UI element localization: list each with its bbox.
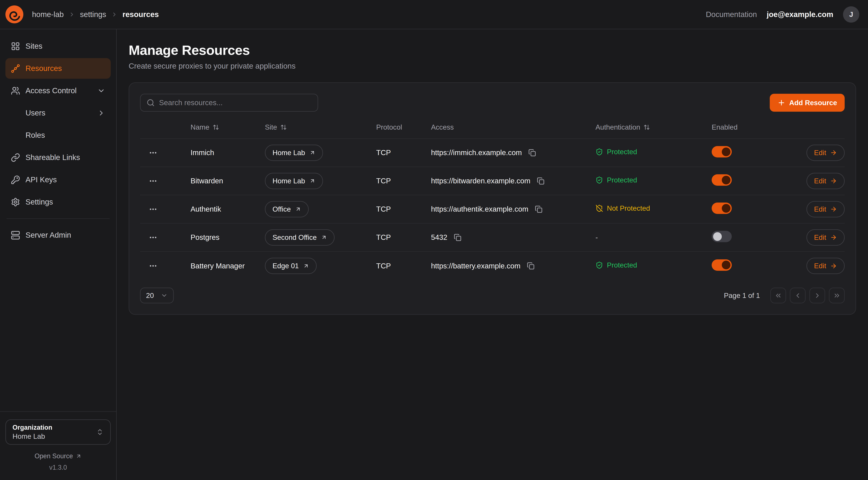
toggle-knob xyxy=(722,148,731,156)
sidebar-item-label: Roles xyxy=(26,131,45,140)
enabled-toggle[interactable] xyxy=(712,259,732,271)
row-actions-button[interactable] xyxy=(147,259,160,272)
copy-access-button[interactable] xyxy=(526,261,536,271)
site-link[interactable]: Second Office xyxy=(265,229,335,246)
edit-button[interactable]: Edit xyxy=(806,201,845,217)
edit-button[interactable]: Edit xyxy=(806,229,845,246)
edit-button[interactable]: Edit xyxy=(806,258,845,274)
sidebar-item-resources[interactable]: Resources xyxy=(5,58,111,79)
copy-icon xyxy=(528,149,536,156)
resource-access-url: https://battery.example.com xyxy=(431,262,520,270)
search-box xyxy=(140,94,318,112)
previous-page-button[interactable] xyxy=(790,288,806,303)
enabled-toggle[interactable] xyxy=(712,203,732,214)
edit-button[interactable]: Edit xyxy=(806,173,845,189)
resource-name: Immich xyxy=(190,148,265,157)
sidebar-item-shareable-links[interactable]: Shareable Links xyxy=(5,147,111,168)
sidebar-item-server-admin[interactable]: Server Admin xyxy=(5,225,111,245)
breadcrumb-separator-icon xyxy=(69,11,75,18)
site-link[interactable]: Edge 01 xyxy=(265,258,317,274)
users-icon xyxy=(11,86,20,95)
toggle-knob xyxy=(713,232,722,241)
documentation-link[interactable]: Documentation xyxy=(706,10,757,19)
open-source-label: Open Source xyxy=(35,452,73,460)
row-actions-button[interactable] xyxy=(147,146,160,159)
sort-by-authentication-button[interactable]: Authentication xyxy=(595,123,712,131)
ellipsis-icon xyxy=(149,262,157,270)
copy-access-button[interactable] xyxy=(453,233,463,242)
resource-name: Authentik xyxy=(190,205,265,213)
resource-access-url: https://immich.example.com xyxy=(431,148,522,157)
table-row: Postgres Second Office TCP 5432 - Edit xyxy=(140,223,845,252)
site-link[interactable]: Home Lab xyxy=(265,173,323,189)
row-actions-button[interactable] xyxy=(147,175,160,187)
copy-access-button[interactable] xyxy=(527,148,537,158)
breadcrumb-settings[interactable]: settings xyxy=(80,10,106,19)
organization-value: Home Lab xyxy=(12,432,52,440)
resources-table: Name Site Protocol Access Authentication… xyxy=(140,116,845,280)
resource-access-url: https://authentik.example.com xyxy=(431,205,528,213)
breadcrumb-org[interactable]: home-lab xyxy=(32,10,64,19)
site-link[interactable]: Office xyxy=(265,201,309,217)
enabled-toggle[interactable] xyxy=(712,146,732,157)
sidebar-item-label: API Keys xyxy=(26,175,57,184)
sort-icon xyxy=(644,124,650,130)
site-link[interactable]: Home Lab xyxy=(265,145,323,161)
edit-button[interactable]: Edit xyxy=(806,145,845,161)
add-resource-button[interactable]: Add Resource xyxy=(770,94,845,112)
sidebar-item-access-control[interactable]: Access Control xyxy=(5,80,111,101)
user-avatar[interactable]: J xyxy=(843,6,859,23)
copy-access-button[interactable] xyxy=(536,176,546,186)
sidebar-item-settings[interactable]: Settings xyxy=(5,192,111,212)
external-link-icon xyxy=(303,263,309,269)
copy-access-button[interactable] xyxy=(534,204,544,214)
external-link-icon xyxy=(75,453,82,459)
server-icon xyxy=(11,231,20,240)
resource-protocol: TCP xyxy=(376,148,431,157)
external-link-icon xyxy=(309,150,315,156)
sort-by-site-button[interactable]: Site xyxy=(265,123,376,131)
sidebar-item-label: Sites xyxy=(26,42,42,51)
enabled-toggle[interactable] xyxy=(712,231,732,242)
sidebar-item-label: Resources xyxy=(26,64,62,73)
table-row: Immich Home Lab TCP https://immich.examp… xyxy=(140,139,845,167)
organization-selector[interactable]: Organization Home Lab xyxy=(5,419,111,445)
shield-check-icon xyxy=(595,261,603,269)
table-row: Authentik Office TCP https://authentik.e… xyxy=(140,195,845,223)
sort-icon xyxy=(213,124,219,130)
search-input[interactable] xyxy=(159,98,312,107)
chevron-right-icon xyxy=(813,292,821,299)
page-size-select[interactable]: 20 xyxy=(140,288,174,303)
next-page-button[interactable] xyxy=(809,288,825,303)
breadcrumb-separator-icon xyxy=(111,11,118,18)
sort-by-name-button[interactable]: Name xyxy=(190,123,265,131)
chevron-down-icon xyxy=(97,87,105,95)
sidebar-item-sites[interactable]: Sites xyxy=(5,36,111,57)
shield-check-icon xyxy=(595,148,603,156)
resource-protocol: TCP xyxy=(376,262,431,270)
sidebar-item-api-keys[interactable]: API Keys xyxy=(5,170,111,190)
arrow-right-icon xyxy=(830,206,837,213)
sidebar-item-users[interactable]: Users xyxy=(5,102,111,123)
auth-status-badge: Protected xyxy=(595,261,637,269)
row-actions-button[interactable] xyxy=(147,203,160,216)
resource-protocol: TCP xyxy=(376,205,431,213)
page-size-value: 20 xyxy=(146,292,154,300)
row-actions-button[interactable] xyxy=(147,231,160,244)
enabled-toggle[interactable] xyxy=(712,174,732,186)
page-subtitle: Create secure proxies to your private ap… xyxy=(129,62,856,70)
arrow-right-icon xyxy=(830,234,837,241)
chevrons-right-icon xyxy=(833,292,841,299)
auth-status-badge: Protected xyxy=(595,148,637,156)
open-source-link[interactable]: Open Source xyxy=(5,452,111,460)
gear-icon xyxy=(11,198,20,207)
copy-icon xyxy=(535,205,542,213)
breadcrumb: home-lab settings resources xyxy=(32,10,159,19)
shield-off-icon xyxy=(595,205,603,212)
sidebar-item-roles[interactable]: Roles xyxy=(5,125,111,146)
first-page-button[interactable] xyxy=(770,288,786,303)
last-page-button[interactable] xyxy=(829,288,845,303)
copy-icon xyxy=(527,262,534,270)
sites-grid-icon xyxy=(11,41,20,51)
app-logo[interactable] xyxy=(5,5,23,23)
